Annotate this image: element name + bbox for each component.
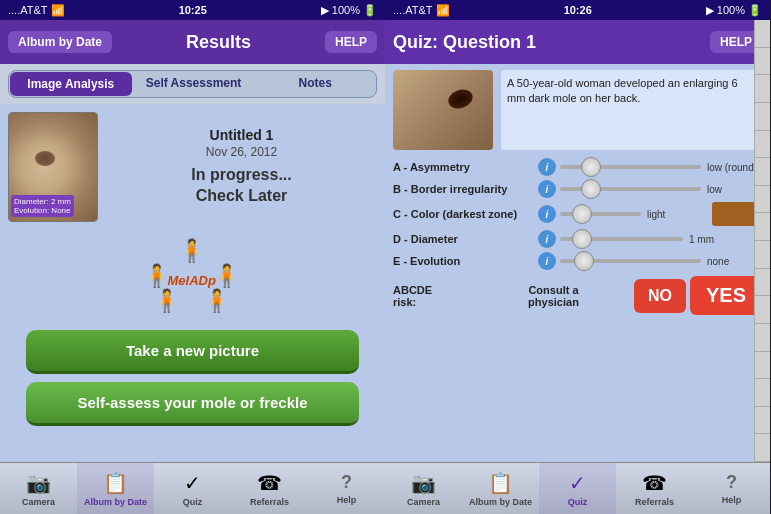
signal-icon-left: ▶ — [321, 4, 329, 17]
battery-right: 100% — [717, 4, 745, 16]
camera-icon-left: 📷 — [26, 471, 51, 495]
slider-b[interactable] — [560, 187, 701, 191]
tab-help-label-right: Help — [722, 495, 742, 505]
image-overlay: Diameter: 2 mm Evolution: None — [11, 195, 74, 217]
record-title: Untitled 1 — [210, 127, 274, 143]
tab-album-left[interactable]: 📋 Album by Date — [77, 463, 154, 514]
melapp-logo: 🧍 🧍 🧍 🧍 🧍 MelADp — [133, 238, 253, 318]
tab-quiz-label-right: Quiz — [568, 497, 588, 507]
back-button[interactable]: Album by Date — [8, 31, 112, 53]
criteria-label-d: D - Diameter — [393, 233, 538, 245]
tab-quiz-label-left: Quiz — [183, 497, 203, 507]
figure-top: 🧍 — [178, 238, 205, 264]
tab-notes[interactable]: Notes — [254, 71, 376, 97]
help-icon-left: ? — [341, 472, 352, 493]
tab-help-right[interactable]: ? Help — [693, 463, 770, 514]
tab-album-right[interactable]: 📋 Album by Date — [462, 463, 539, 514]
figure-bottom-right: 🧍 — [203, 288, 230, 314]
tab-camera-label-left: Camera — [22, 497, 55, 507]
carrier-left: ....AT&T — [8, 4, 48, 16]
criteria-label-a: A - Asymmetry — [393, 161, 538, 173]
status-bar-right: ....AT&T 📶 10:26 ▶ 100% 🔋 — [385, 0, 770, 20]
abcde-label: ABCDErisk: — [393, 284, 473, 308]
criteria-info-d[interactable]: i — [538, 230, 556, 248]
ruler — [754, 20, 770, 462]
quiz-content: A 50-year-old woman developed an enlargi… — [385, 64, 770, 462]
tab-self-assessment[interactable]: Self Assessment — [133, 71, 255, 97]
slider-thumb-c[interactable] — [572, 204, 592, 224]
tab-image-analysis[interactable]: Image Analysis — [10, 72, 132, 96]
signal-icon-right: ▶ — [706, 4, 714, 17]
quiz-mole-image — [393, 70, 493, 150]
tab-bar-left: 📷 Camera 📋 Album by Date ✓ Quiz ☎ Referr… — [0, 462, 385, 514]
tab-album-label-right: Album by Date — [469, 497, 532, 507]
left-phone: ....AT&T 📶 10:25 ▶ 100% 🔋 Album by Date … — [0, 0, 385, 514]
self-assess-button[interactable]: Self-assess your mole or freckle — [26, 382, 358, 426]
criteria-row-a: A - Asymmetry i low (round) — [393, 158, 762, 176]
segmented-control: Image Analysis Self Assessment Notes — [8, 70, 377, 98]
referrals-icon-right: ☎ — [642, 471, 667, 495]
no-button[interactable]: NO — [634, 279, 686, 313]
figure-bottom-left: 🧍 — [153, 288, 180, 314]
logo-area: 🧍 🧍 🧍 🧍 🧍 MelADp — [133, 238, 253, 318]
tab-referrals-right[interactable]: ☎ Referrals — [616, 463, 693, 514]
criteria-info-b[interactable]: i — [538, 180, 556, 198]
tab-quiz-left[interactable]: ✓ Quiz — [154, 463, 231, 514]
criteria-label-c: C - Color (darkest zone) — [393, 208, 538, 220]
abcde-row: ABCDErisk: Consult aphysician NO YES — [393, 276, 762, 315]
battery-left: 100% — [332, 4, 360, 16]
take-picture-button[interactable]: Take a new picture — [26, 330, 358, 374]
record-status: In progress... Check Later — [191, 165, 291, 207]
referrals-icon-left: ☎ — [257, 471, 282, 495]
tab-quiz-right[interactable]: ✓ Quiz — [539, 463, 616, 514]
slider-thumb-b[interactable] — [581, 179, 601, 199]
quiz-image-text-row: A 50-year-old woman developed an enlargi… — [393, 70, 762, 150]
tab-referrals-left[interactable]: ☎ Referrals — [231, 463, 308, 514]
slider-thumb-d[interactable] — [572, 229, 592, 249]
help-button-left[interactable]: HELP — [325, 31, 377, 53]
nav-bar-left: Album by Date Results HELP — [0, 20, 385, 64]
quiz-title: Quiz: Question 1 — [393, 32, 536, 53]
criteria-info-c[interactable]: i — [538, 205, 556, 223]
quiz-icon-right: ✓ — [569, 471, 586, 495]
mole-image: Diameter: 2 mm Evolution: None — [8, 112, 98, 222]
quiz-description: A 50-year-old woman developed an enlargi… — [501, 70, 762, 150]
tab-bar-right: 📷 Camera 📋 Album by Date ✓ Quiz ☎ Referr… — [385, 462, 770, 514]
image-info-row: Diameter: 2 mm Evolution: None Untitled … — [8, 112, 377, 222]
criteria-info-a[interactable]: i — [538, 158, 556, 176]
tab-help-left[interactable]: ? Help — [308, 463, 385, 514]
criteria-row-d: D - Diameter i 1 mm — [393, 230, 762, 248]
record-info: Untitled 1 Nov 26, 2012 In progress... C… — [106, 112, 377, 222]
status-bar-left: ....AT&T 📶 10:25 ▶ 100% 🔋 — [0, 0, 385, 20]
slider-a[interactable] — [560, 165, 701, 169]
battery-icon-left: 🔋 — [363, 4, 377, 17]
slider-e[interactable] — [560, 259, 701, 263]
album-icon-right: 📋 — [488, 471, 513, 495]
quiz-nav-bar: Quiz: Question 1 HELP — [385, 20, 770, 64]
time-right: 10:26 — [564, 4, 592, 16]
album-icon-left: 📋 — [103, 471, 128, 495]
slider-c[interactable] — [560, 212, 641, 216]
tab-help-label-left: Help — [337, 495, 357, 505]
record-date: Nov 26, 2012 — [206, 145, 277, 159]
slider-thumb-a[interactable] — [581, 157, 601, 177]
tab-camera-right[interactable]: 📷 Camera — [385, 463, 462, 514]
slider-d[interactable] — [560, 237, 683, 241]
tab-camera-label-right: Camera — [407, 497, 440, 507]
tab-camera-left[interactable]: 📷 Camera — [0, 463, 77, 514]
criteria-row-c: C - Color (darkest zone) i light — [393, 202, 762, 226]
tab-referrals-label-left: Referrals — [250, 497, 289, 507]
quiz-icon-left: ✓ — [184, 471, 201, 495]
help-icon-right: ? — [726, 472, 737, 493]
tab-referrals-label-right: Referrals — [635, 497, 674, 507]
figure-right: 🧍 — [213, 263, 240, 289]
battery-icon-right: 🔋 — [748, 4, 762, 17]
wifi-icon-left: 📶 — [51, 4, 65, 17]
slider-thumb-e[interactable] — [574, 251, 594, 271]
criteria-info-e[interactable]: i — [538, 252, 556, 270]
criteria-label-b: B - Border irregularity — [393, 183, 538, 195]
wifi-icon-right: 📶 — [436, 4, 450, 17]
right-phone: ....AT&T 📶 10:26 ▶ 100% 🔋 Quiz: Question… — [385, 0, 770, 514]
figure-left: 🧍 — [143, 263, 170, 289]
yes-button[interactable]: YES — [690, 276, 762, 315]
